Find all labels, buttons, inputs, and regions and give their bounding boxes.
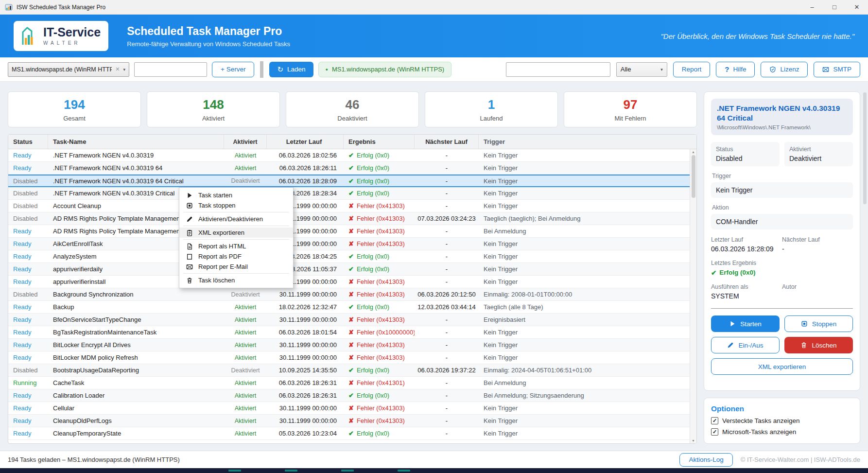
result-icon: ✔ (348, 152, 354, 159)
filter-select[interactable]: Alle ▾ (616, 62, 667, 77)
combo-clear-icon[interactable]: ✕ (115, 66, 120, 72)
table-row[interactable]: Ready AikCertEnrollTask 30.11.1999 00:00… (8, 238, 690, 250)
smtp-button[interactable]: SMTP (814, 62, 860, 77)
table-row[interactable]: Running CacheTask Aktiviert 06.03.2026 1… (8, 377, 690, 389)
export-xml-button[interactable]: XML exportieren (711, 358, 853, 375)
load-button[interactable]: ↻ Laden (269, 62, 313, 77)
context-menu-item[interactable]: Task starten (179, 190, 293, 200)
context-menu-item[interactable] (183, 212, 289, 212)
start-task-button[interactable]: Starten (711, 315, 780, 332)
task-status: Ready (13, 152, 32, 159)
add-server-button[interactable]: + Server (212, 62, 254, 77)
table-row[interactable]: Disabled .NET Framework NGEN v4.0.30319 … (8, 175, 690, 187)
table-row[interactable]: Ready Calibration Loader Aktiviert 06.03… (8, 389, 690, 402)
table-row[interactable]: Disabled Account Cleanup 30.11.1999 00:0… (8, 200, 690, 212)
trash-icon (186, 277, 193, 284)
option-checkbox-row[interactable]: Microsoft-Tasks anzeigen (711, 428, 853, 436)
new-server-input[interactable] (134, 62, 207, 77)
stat-card: 1 Laufend (425, 91, 558, 127)
table-row[interactable]: Ready BitLocker Encrypt All Drives Aktiv… (8, 339, 690, 351)
table-header: Status Task-Name Aktiviert Letzter Lauf … (8, 135, 696, 149)
report-button[interactable]: Report (673, 62, 711, 77)
task-next-run: - (415, 152, 479, 159)
table-scrollbar[interactable]: ▲ ▼ (690, 149, 696, 443)
context-menu-item[interactable] (183, 239, 289, 240)
table-row[interactable]: Disabled .NET Framework NGEN v4.0.30319 … (8, 187, 690, 200)
task-last-run: 05.03.2026 10:23:04 (267, 430, 344, 437)
table-row[interactable]: Ready AnalyzeSystem 06.03.2026 18:04:25 … (8, 250, 690, 263)
table-row[interactable]: Ready appuriverifierinstall Aktiviert 30… (8, 276, 690, 288)
column-header-ergebnis[interactable]: Ergebnis (344, 135, 415, 149)
option-checkbox-row[interactable]: Versteckte Tasks anzeigen (711, 417, 853, 424)
checkbox[interactable] (711, 417, 718, 424)
stat-value: 97 (624, 97, 638, 112)
context-menu-item[interactable]: Aktivieren/Deaktivieren (179, 214, 293, 224)
column-header-taskname[interactable]: Task-Name (48, 135, 224, 149)
task-name: .NET Framework NGEN v4.0.30319 (48, 152, 224, 159)
task-last-run: 18.02.2026 12:32:47 (267, 303, 344, 311)
stop-task-button[interactable]: Stoppen (784, 315, 853, 332)
scrollbar-thumb[interactable] (692, 155, 695, 198)
detail-last-run: 06.03.2026 18:28:09 (711, 245, 782, 253)
maximize-button[interactable]: □ (823, 0, 846, 14)
table-row[interactable]: Disabled BootstrapUsageDataReporting Dea… (8, 364, 690, 377)
task-name: Calibration Loader (48, 392, 224, 399)
column-header-aktiviert[interactable]: Aktiviert (224, 135, 267, 149)
table-row[interactable]: Disabled Background Synchronization Deak… (8, 288, 690, 301)
chevron-down-icon[interactable]: ▾ (123, 67, 125, 72)
minimize-button[interactable]: – (801, 0, 823, 14)
scroll-down-icon[interactable]: ▼ (692, 439, 695, 442)
panel-scrollbar[interactable] (863, 92, 867, 444)
column-header-letzter-lauf[interactable]: Letzter Lauf (267, 135, 344, 149)
column-header-naechster-lauf[interactable]: Nächster Lauf (415, 135, 479, 149)
context-menu-item[interactable] (183, 226, 289, 226)
table-row[interactable]: Ready CleanupOldPerfLogs Aktiviert 30.11… (8, 415, 690, 427)
context-menu-item[interactable] (183, 273, 289, 274)
table-row[interactable]: Ready .NET Framework NGEN v4.0.30319 64 … (8, 162, 690, 175)
table-row[interactable]: Ready .NET Framework NGEN v4.0.30319 Akt… (8, 149, 690, 162)
scroll-up-icon[interactable]: ▲ (692, 150, 695, 154)
close-button[interactable]: ✕ (846, 0, 868, 14)
table-row[interactable]: Ready BgTaskRegistrationMaintenanceTask … (8, 326, 690, 339)
context-menu-item[interactable]: Task löschen (179, 275, 293, 285)
action-log-button[interactable]: Aktions-Log (679, 453, 732, 467)
task-name: CleanupOldPerfLogs (48, 417, 224, 424)
task-next-run: - (415, 354, 479, 361)
task-next-run: - (415, 177, 479, 185)
task-trigger: Kein Trigger (479, 202, 690, 210)
context-menu-item[interactable]: Task stoppen (179, 200, 293, 210)
search-input[interactable] (506, 62, 610, 77)
table-row[interactable]: Ready BitLocker MDM policy Refresh Aktiv… (8, 351, 690, 364)
license-button[interactable]: Lizenz (761, 62, 808, 77)
table-row[interactable]: Ready Cellular Aktiviert 30.11.1999 00:0… (8, 402, 690, 415)
table-row[interactable]: Ready appuriverifierdaily 06.03.2026 11:… (8, 263, 690, 276)
toggle-task-button[interactable]: Ein-/Aus (711, 337, 780, 353)
context-menu-item[interactable]: Report als HTML (179, 241, 293, 251)
task-status: Ready (13, 404, 32, 412)
table-row[interactable]: Ready BfeOnServiceStartTypeChange Aktivi… (8, 314, 690, 326)
context-menu-item[interactable]: XML exportieren (179, 228, 293, 238)
help-button[interactable]: ? Hilfe (716, 62, 755, 77)
context-menu-item[interactable]: Report als PDF (179, 251, 293, 262)
table-row[interactable]: Disabled AD RMS Rights Policy Template M… (8, 212, 690, 225)
table-row[interactable]: Ready Backup Aktiviert 18.02.2026 12:32:… (8, 301, 690, 314)
column-header-status[interactable]: Status (8, 135, 48, 149)
app-icon (5, 3, 13, 11)
table-row[interactable]: Ready AD RMS Rights Policy Template Mana… (8, 225, 690, 238)
context-menu-item[interactable]: Report per E-Mail (179, 262, 293, 272)
column-header-trigger[interactable]: Trigger (479, 135, 690, 149)
delete-task-button[interactable]: Löschen (784, 337, 853, 353)
options-title: Optionen (711, 404, 853, 413)
task-status: Running (13, 379, 36, 386)
table-row[interactable]: Ready CleanupTemporaryState Aktiviert 05… (8, 427, 690, 440)
task-trigger: Bei Anmeldung (479, 228, 690, 235)
task-trigger: Kein Trigger (479, 417, 690, 424)
panel-scrollbar-thumb[interactable] (863, 92, 867, 204)
task-trigger: Kein Trigger (479, 278, 690, 285)
checkbox[interactable] (711, 428, 718, 436)
task-next-run: - (415, 164, 479, 172)
shield-icon (769, 66, 776, 73)
window-title: ISW Scheduled Task Manager Pro (17, 4, 105, 11)
server-combobox[interactable]: MS1.windowspapst.de (WinRM HTTP ✕ ▾ (8, 62, 129, 77)
toolbar-splitter[interactable] (260, 61, 263, 78)
